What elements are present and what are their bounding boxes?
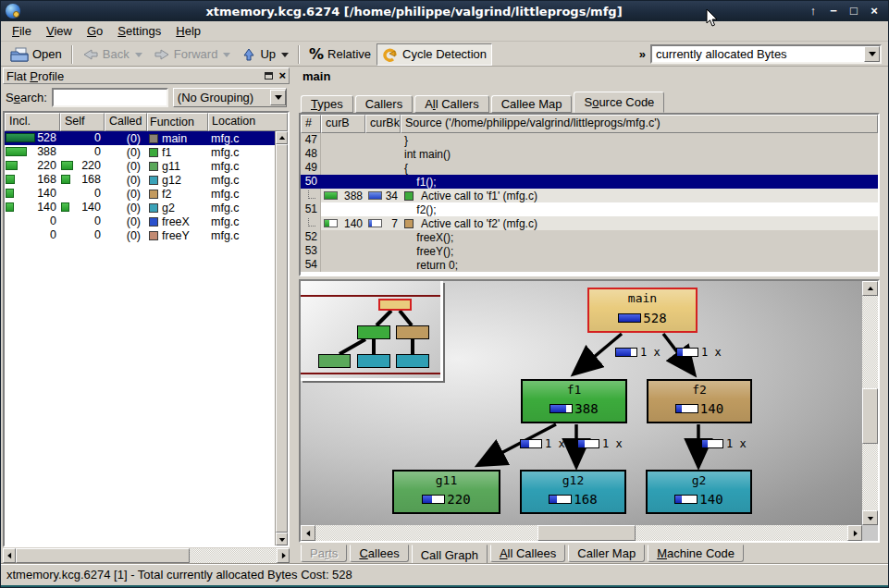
tab-all-callers[interactable]: All Callers	[414, 95, 489, 113]
function-cell: f2	[147, 188, 208, 201]
dock-detach-icon[interactable]	[265, 72, 273, 80]
table-row[interactable]: 388 0 (0) f1 mfg.c	[5, 145, 288, 159]
column-header-called[interactable]: Called	[105, 113, 147, 131]
tab-callees[interactable]: Callees	[350, 545, 408, 562]
minimize-button[interactable]: −	[823, 3, 844, 19]
graph-node-g2[interactable]: g2 140	[646, 470, 752, 514]
grouping-select[interactable]: (No Grouping)	[173, 88, 287, 107]
tab-callers[interactable]: Callers	[355, 95, 413, 113]
dock-header[interactable]: Flat Profile ×	[3, 67, 290, 84]
graph-node-f2[interactable]: f2 140	[647, 379, 752, 423]
forward-button[interactable]: Forward	[148, 43, 237, 66]
column-header-self[interactable]: Self	[60, 113, 105, 131]
table-row[interactable]: 140 0 (0) f2 mfg.c	[5, 187, 288, 201]
table-row[interactable]: 140 140 (0) g2 mfg.c	[5, 201, 288, 214]
source-line[interactable]: 53 freeY();	[301, 244, 878, 258]
cycle-detection-button[interactable]: Cycle Detection	[377, 43, 492, 66]
search-input[interactable]	[52, 88, 168, 107]
menu-view[interactable]: View	[39, 22, 80, 40]
tab-source-code[interactable]: Source Code	[574, 92, 664, 113]
event-type-select[interactable]: currently allocated Bytes	[650, 44, 882, 64]
graph-node-g12[interactable]: g12 168	[520, 470, 626, 514]
scrollbar-thumb[interactable]	[276, 144, 288, 533]
tab-all-callees[interactable]: All Callees	[490, 545, 565, 562]
graph-node-g11[interactable]: g11 220	[392, 470, 500, 514]
scroll-up-button[interactable]	[862, 281, 878, 296]
graph-node-f1[interactable]: f1 388	[521, 379, 627, 423]
column-header-curBk[interactable]: curBk	[365, 115, 401, 133]
scroll-right-button[interactable]	[277, 548, 290, 563]
horizontal-scrollbar[interactable]	[301, 525, 862, 541]
toolbar-overflow-chevron[interactable]: »	[639, 47, 646, 61]
column-header-line[interactable]: #	[301, 115, 321, 133]
scrollbar-thumb[interactable]	[862, 388, 878, 444]
source-line[interactable]: 48int main()	[301, 147, 878, 161]
edge-label-main-f1[interactable]: 1 x	[615, 346, 661, 359]
grouping-dropdown-button[interactable]	[270, 90, 286, 105]
edge-label-main-f2[interactable]: 1 x	[676, 346, 722, 359]
graph-node-main[interactable]: main 528	[587, 288, 698, 333]
source-line[interactable]: 54 return 0;	[301, 258, 878, 272]
up-dropdown-icon[interactable]	[281, 53, 289, 61]
horizontal-scrollbar[interactable]	[3, 548, 290, 563]
scroll-left-button[interactable]	[3, 548, 16, 563]
tab-callee-map[interactable]: Callee Map	[491, 95, 573, 113]
menu-help[interactable]: Help	[168, 22, 208, 40]
menu-settings[interactable]: Settings	[110, 22, 168, 40]
column-header-function[interactable]: Function	[147, 113, 208, 131]
edge-label-f1-g11[interactable]: 1 x	[520, 437, 565, 450]
tab-machine-code[interactable]: Machine Code	[648, 545, 744, 562]
scrollbar-track[interactable]	[315, 525, 847, 541]
column-header-curB[interactable]: curB	[321, 115, 365, 133]
edge-label-f2-g2[interactable]: 1 x	[701, 437, 747, 450]
source-line[interactable]: 49{	[301, 161, 878, 175]
table-row[interactable]: 528 0 (0) main mfg.c	[5, 131, 288, 145]
source-call-line[interactable]: 140 7 Active call to 'f2' (mfg.c)	[301, 216, 878, 230]
relative-button[interactable]: % Relative	[303, 43, 377, 66]
source-line[interactable]: 47}	[301, 133, 878, 147]
tab-types[interactable]: Types	[301, 95, 353, 113]
scrollbar-track[interactable]	[190, 548, 277, 563]
forward-dropdown-icon[interactable]	[223, 53, 230, 61]
scrollbar-thumb[interactable]	[16, 548, 190, 563]
column-header-source[interactable]: Source ('/home/philippe/valgrind/littlep…	[401, 115, 878, 133]
table-row[interactable]: 0 0 (0) freeX mfg.c	[5, 214, 288, 228]
table-row[interactable]: 220 220 (0) g11 mfg.c	[5, 159, 288, 173]
back-button[interactable]: Back	[77, 43, 148, 66]
tab-parts[interactable]: Parts	[301, 545, 347, 562]
column-header-incl[interactable]: Incl.	[5, 113, 60, 131]
app-icon[interactable]	[6, 4, 20, 18]
edge-label-f1-g12[interactable]: 1 x	[577, 437, 623, 450]
menu-file[interactable]: File	[5, 22, 39, 40]
menu-go[interactable]: Go	[80, 22, 110, 40]
column-header-location[interactable]: Location	[208, 113, 288, 131]
vertical-scrollbar[interactable]	[275, 131, 288, 545]
titlebar[interactable]: xtmemory.kcg.6274 [/home/philippe/valgri…	[1, 1, 888, 21]
back-dropdown-icon[interactable]	[135, 53, 142, 61]
source-line-selected[interactable]: 50 f1();	[301, 175, 878, 189]
maximize-button[interactable]: □	[844, 3, 864, 19]
source-call-line[interactable]: 388 34 Active call to 'f1' (mfg.c)	[301, 189, 878, 202]
source-line[interactable]: 51 f2();	[301, 202, 878, 216]
scroll-left-button[interactable]	[301, 525, 315, 541]
scroll-right-button[interactable]	[847, 525, 862, 541]
dock-close-icon[interactable]: ×	[278, 70, 286, 81]
code-text: f2();	[401, 203, 878, 216]
up-button[interactable]: Up	[236, 43, 294, 66]
shade-button[interactable]: ↑	[803, 3, 823, 19]
open-button[interactable]: Open	[5, 43, 68, 66]
event-type-dropdown-button[interactable]	[864, 46, 880, 62]
source-line[interactable]: 52 freeX();	[301, 230, 878, 244]
call-graph-canvas[interactable]: main 528 f1 388 f2 140 g11 220	[301, 281, 862, 525]
graph-overview[interactable]	[301, 281, 443, 381]
scroll-down-button[interactable]	[276, 533, 288, 545]
vertical-scrollbar[interactable]	[862, 281, 878, 525]
scroll-up-button[interactable]	[276, 131, 288, 144]
tab-caller-map[interactable]: Caller Map	[568, 545, 645, 562]
table-row[interactable]: 168 168 (0) g12 mfg.c	[5, 173, 288, 187]
scroll-down-button[interactable]	[862, 510, 878, 525]
close-button[interactable]: ×	[864, 3, 884, 19]
scrollbar-thumb[interactable]	[537, 525, 636, 541]
scrollbar-track[interactable]	[862, 296, 878, 510]
table-row[interactable]: 0 0 (0) freeY mfg.c	[5, 228, 288, 242]
